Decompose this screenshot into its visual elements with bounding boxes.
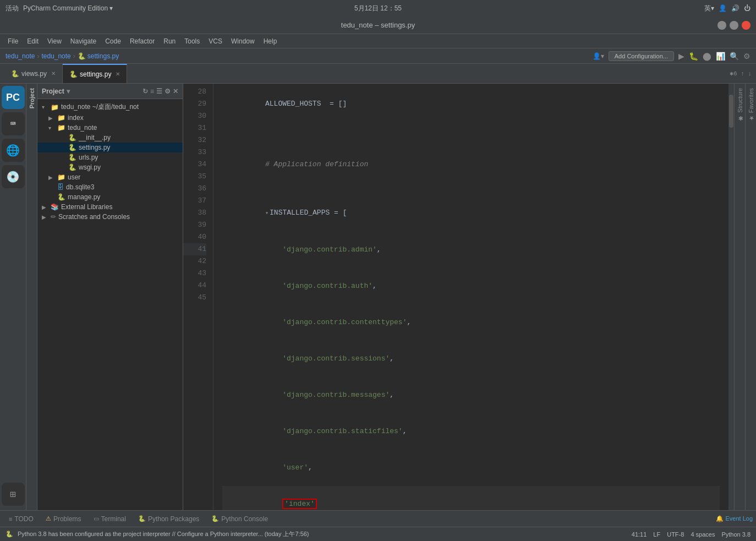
breadcrumb-tedu-note[interactable]: tedu_note <box>41 52 70 60</box>
lang-indicator[interactable]: 英▾ <box>704 4 714 13</box>
py-icon-urls: 🐍 <box>68 154 76 161</box>
pycharm-icon[interactable]: PC <box>2 86 25 109</box>
panel-hide-icon[interactable]: ✕ <box>173 88 178 95</box>
code-line-40: 'user', <box>222 450 720 486</box>
profile-icon[interactable]: 👤▾ <box>593 52 604 60</box>
tab-views-py-label: views.py <box>21 70 47 78</box>
tree-item-scratches[interactable]: ▶ ✏ Scratches and Consoles <box>37 212 183 222</box>
code-line-33: ▾INSTALLED_APPS = [ <box>222 195 720 232</box>
expand-arrow-root: ▾ <box>42 104 48 110</box>
window-title: tedu_note – settings.py <box>341 21 415 29</box>
run-icon[interactable]: ▶ <box>678 52 684 61</box>
tree-item-urls[interactable]: ▶ 🐍 urls.py <box>37 152 183 162</box>
profile-run-icon[interactable]: 📊 <box>716 52 725 61</box>
minimize-button[interactable] <box>717 21 726 30</box>
dvd-dock-icon[interactable]: 💿 <box>2 165 25 188</box>
tab-views-py[interactable]: 🐍 views.py ✕ <box>4 64 63 83</box>
code-content[interactable]: ALLOWED_HOSTS = [] # Application definit… <box>213 84 728 510</box>
main-content: PC ⌨ 🌐 💿 ⊞ Project Project ▾ ↻ ≡ ☰ <box>0 84 756 510</box>
menu-vcs[interactable]: VCS <box>204 36 227 46</box>
options-icon[interactable]: ☰ <box>156 88 162 95</box>
volume-icon[interactable]: 🔊 <box>731 4 739 12</box>
project-side-tab: Project <box>26 84 37 510</box>
menu-refactor[interactable]: Refactor <box>125 36 159 46</box>
code-line-29 <box>222 122 720 134</box>
py-icon-manage: 🐍 <box>57 193 65 201</box>
menu-tools[interactable]: Tools <box>180 36 204 46</box>
cursor-highlight: 'index' <box>282 499 317 509</box>
sort-icon[interactable]: ≡ <box>150 88 154 95</box>
menu-view[interactable]: View <box>43 36 66 46</box>
sync-icon[interactable]: ↻ <box>143 88 148 95</box>
tab-problems[interactable]: ⚠ Problems <box>40 514 87 524</box>
vertical-scrollbar[interactable] <box>728 84 734 510</box>
chrome-dock-icon[interactable]: 🌐 <box>2 139 25 162</box>
menu-navigate[interactable]: Navigate <box>66 36 101 46</box>
coverage-icon[interactable]: ⬤ <box>703 52 711 61</box>
tree-item-root[interactable]: ▾ 📁 tedu_note ~/桌面/tedu_not <box>37 101 183 113</box>
code-editor[interactable]: 28 29 30 31 32 33 34 35 36 37 38 39 40 4… <box>183 84 734 510</box>
project-tree: ▾ 📁 tedu_note ~/桌面/tedu_not ▶ 📁 index ▾ … <box>37 99 183 510</box>
folder-icon-user: 📁 <box>57 173 65 181</box>
breadcrumb-bar: tedu_note › tedu_note › 🐍 settings.py 👤▾… <box>0 48 756 64</box>
tree-item-user[interactable]: ▶ 📁 user <box>37 172 183 182</box>
close-button[interactable] <box>742 21 750 30</box>
favorites-label[interactable]: ★ Favorites <box>746 84 756 126</box>
app-dock: PC ⌨ 🌐 💿 ⊞ <box>0 84 26 510</box>
tab-settings-py[interactable]: 🐍 settings.py ✕ <box>63 64 127 83</box>
tree-item-index[interactable]: ▶ 📁 index <box>37 113 183 123</box>
user-icon[interactable]: 👤 <box>719 4 727 12</box>
settings-icon[interactable]: ⚙ <box>743 52 750 61</box>
tree-item-settings[interactable]: ▶ 🐍 settings.py <box>37 143 183 152</box>
project-panel: Project ▾ ↻ ≡ ☰ ⚙ ✕ ▾ 📁 tedu_note ~/桌面/t… <box>37 84 183 510</box>
menu-help[interactable]: Help <box>259 36 282 46</box>
problems-icon: ⚠ <box>46 515 51 522</box>
close-views-py[interactable]: ✕ <box>51 70 56 76</box>
scrollbar-thumb[interactable] <box>729 95 733 128</box>
tree-item-wsgi[interactable]: ▶ 🐍 wsgi.py <box>37 162 183 172</box>
code-line-36: 'django.contrib.contenttypes', <box>222 304 720 341</box>
tab-todo[interactable]: ≡ TODO <box>3 514 39 524</box>
debug-icon[interactable]: 🐛 <box>689 52 698 61</box>
todo-icon: ≡ <box>9 516 12 522</box>
code-line-39: 'django.contrib.staticfiles', <box>222 413 720 450</box>
add-configuration-button[interactable]: Add Configuration... <box>609 51 674 61</box>
tree-item-external-libs[interactable]: ▶ 📚 External Libraries <box>37 202 183 212</box>
app-name-label[interactable]: PyCharm Community Edition ▾ <box>23 4 113 12</box>
terminal-dock-icon[interactable]: ⌨ <box>2 112 25 135</box>
menu-file[interactable]: File <box>3 36 23 46</box>
folder-icon-root: 📁 <box>51 103 59 111</box>
breadcrumb-settings-py[interactable]: settings.py <box>87 52 119 60</box>
tree-item-tedu-note[interactable]: ▾ 📁 tedu_note <box>37 123 183 133</box>
status-bar: 🐍 Python 3.8 has been configured as the … <box>0 527 756 541</box>
search-everywhere-icon[interactable]: 🔍 <box>730 52 739 61</box>
python-packages-icon: 🐍 <box>138 515 146 522</box>
menu-run[interactable]: Run <box>159 36 180 46</box>
tree-item-db[interactable]: ▶ 🗄 db.sqlite3 <box>37 182 183 192</box>
tab-terminal[interactable]: ▭ Terminal <box>88 514 132 524</box>
code-line-35: 'django.contrib.auth', <box>222 268 720 304</box>
tab-python-console[interactable]: 🐍 Python Console <box>206 514 273 524</box>
maximize-button[interactable] <box>730 21 738 30</box>
event-log-label[interactable]: 🔔 Event Log <box>716 515 753 522</box>
structure-label[interactable]: ✱ Structure <box>735 84 745 126</box>
tree-item-init[interactable]: ▶ 🐍 __init__.py <box>37 133 183 143</box>
menu-edit[interactable]: Edit <box>23 36 43 46</box>
menu-code[interactable]: Code <box>101 36 125 46</box>
bottom-toolbar: ≡ TODO ⚠ Problems ▭ Terminal 🐍 Python Pa… <box>0 510 756 527</box>
tree-label-index: index <box>68 114 84 122</box>
menu-window[interactable]: Window <box>227 36 259 46</box>
activities-label[interactable]: 活动 <box>6 4 19 13</box>
expand-arrow-ext-libs: ▶ <box>42 204 48 210</box>
power-icon[interactable]: ⏻ <box>744 4 750 12</box>
breadcrumb-tedu-note-root[interactable]: tedu_note <box>6 52 35 60</box>
project-tab-label[interactable]: Project <box>27 84 37 113</box>
tab-python-packages[interactable]: 🐍 Python Packages <box>133 514 205 524</box>
close-settings-py[interactable]: ✕ <box>116 71 120 77</box>
tree-item-manage[interactable]: ▶ 🐍 manage.py <box>37 192 183 202</box>
tree-label-urls: urls.py <box>79 154 98 161</box>
grid-icon[interactable]: ⊞ <box>2 483 25 506</box>
code-line-38: 'django.contrib.messages', <box>222 377 720 413</box>
gear-icon[interactable]: ⚙ <box>165 88 171 95</box>
py-icon-settings: 🐍 <box>68 144 76 151</box>
